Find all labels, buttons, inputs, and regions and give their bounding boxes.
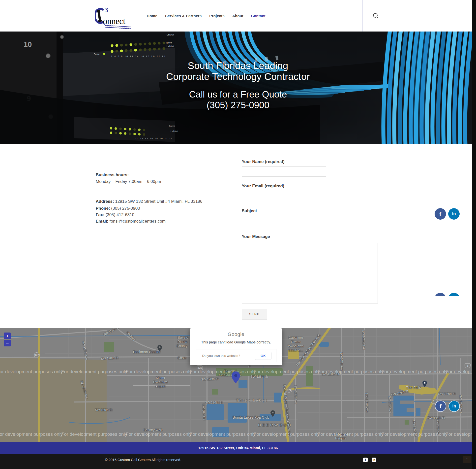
send-button[interactable]: SEND <box>242 309 267 320</box>
social-icons-clipped: f in <box>435 293 462 296</box>
map-label: SW 107th Ave <box>340 352 344 371</box>
map-label: Caballero <box>289 336 303 339</box>
map-label: DEERWOOD <box>258 423 292 427</box>
scrollbar[interactable] <box>472 0 476 469</box>
dialog-action-row: Do you own this website? OK <box>196 349 276 362</box>
hero-cta-line1: Call us for a Free Quote <box>89 89 387 100</box>
map-zoom-in-button[interactable]: + <box>4 333 11 339</box>
linkedin-icon[interactable]: in <box>448 293 460 296</box>
map-watermark: For development purposes only <box>190 432 256 437</box>
copyright-text: © 2016 Custom Call Centers All rights re… <box>105 458 181 462</box>
map-watermark: For development purposes only <box>0 369 63 374</box>
map-watermark: For development purposes only <box>318 432 384 437</box>
map-watermark: For development purposes only <box>126 369 192 374</box>
location-pin[interactable] <box>232 371 240 383</box>
hero-text: South Floridas Leading Corporate Technol… <box>89 60 387 110</box>
map-watermark: For development purposes only <box>61 432 127 437</box>
fax-line: Fax: (305) 412-6310 <box>96 212 134 217</box>
header: 3 onnect Home Services & Partners Projec… <box>0 0 476 32</box>
map-label: County <box>177 344 187 348</box>
map-zoom-out-button[interactable]: − <box>4 340 11 346</box>
nav-item-contact[interactable]: Contact <box>251 14 266 18</box>
logo-text: onnect <box>103 16 125 26</box>
scroll-to-top-button[interactable]: ⌃ <box>463 456 471 463</box>
map-watermark: For development purposes only <box>126 432 192 437</box>
map-label: SW 102nd Ave <box>365 393 369 412</box>
nav-item-projects[interactable]: Projects <box>209 14 225 18</box>
message-label: Your Message <box>242 234 270 239</box>
map-label: Executive <box>153 380 168 384</box>
rack-number-10: 10 <box>24 40 32 48</box>
email-link[interactable]: fonsi@customcallcenters.com <box>110 219 166 224</box>
search-icon[interactable] <box>372 12 379 19</box>
map-label: SW 102nd Ave <box>362 330 366 350</box>
map-label: SW 136th St <box>205 401 222 404</box>
linkedin-icon[interactable]: in <box>448 208 460 220</box>
email-line: Email: fonsi@customcallcenters.com <box>96 219 166 224</box>
map-label: Rivero <box>291 340 300 344</box>
logo-three: 3 <box>105 6 108 14</box>
google-logo-text: Google <box>190 332 282 337</box>
route-shield-1: 1 <box>465 363 471 368</box>
power-label: Power <box>94 53 100 55</box>
map-watermark: For development purposes only <box>254 432 320 437</box>
main-nav: Home Services & Partners Projects About … <box>147 0 266 32</box>
nav-item-home[interactable]: Home <box>147 14 157 18</box>
own-website-link[interactable]: Do you own this website? <box>196 354 246 358</box>
dialog-divider <box>246 349 246 362</box>
map-label: SW 128th St <box>251 375 268 378</box>
linkedin-icon[interactable]: in <box>448 401 460 412</box>
page: 3 onnect Home Services & Partners Projec… <box>0 0 476 469</box>
map-label: Airport <box>155 384 165 388</box>
linkact-label-2: Link/Act <box>167 45 174 47</box>
map-label: Miami <box>156 376 165 380</box>
map-label: Country Walk <box>143 428 163 432</box>
logo-c3connect[interactable]: 3 onnect <box>95 4 137 30</box>
header-divider <box>362 0 362 32</box>
message-textarea[interactable] <box>242 243 378 303</box>
facebook-icon[interactable]: f <box>435 401 446 412</box>
hero-title-line2: Corporate Technology Contractor <box>89 71 387 82</box>
map-label: Boysto <box>178 335 188 339</box>
map-label: Lindgren Rd <box>202 404 206 420</box>
map-watermark: For development purposes only <box>190 369 256 374</box>
map-label: Beckman Coulter <box>133 350 160 354</box>
facebook-icon[interactable]: f <box>363 458 368 462</box>
map-label: Bonita Lakes Poa Club <box>233 415 269 419</box>
name-input[interactable] <box>242 166 326 177</box>
linkact-label-1: Link/Act <box>167 34 174 36</box>
facebook-icon[interactable]: f <box>435 208 446 220</box>
map-watermark: For development purposes only <box>318 369 384 374</box>
poi-pin-beckman <box>157 345 162 352</box>
dialog-message: This page can't load Google Maps correct… <box>190 340 282 344</box>
subject-label: Subject <box>242 208 257 213</box>
phone-line: Phone: (305) 275-0900 <box>96 206 140 211</box>
nav-item-about[interactable]: About <box>232 14 243 18</box>
poi-pin-the-falls <box>422 381 427 387</box>
map-watermark: For development purposes only <box>382 369 447 374</box>
contact-section: Business hours: Monday – Friday 7:00am –… <box>0 144 476 328</box>
linkedin-icon[interactable]: in <box>372 458 376 462</box>
map-watermark: For development purposes only <box>382 432 447 437</box>
email-label: Your Email (required) <box>242 184 284 189</box>
address-line: Address: 12915 SW 132 Street Unit #4 Mia… <box>96 199 202 204</box>
google-map[interactable]: Super WheelsBeckman CoulterBoystoPinelaC… <box>0 328 476 442</box>
map-label: The Falls <box>406 386 421 390</box>
subject-input[interactable] <box>242 216 326 226</box>
map-label: South &... <box>288 348 303 352</box>
nav-item-services-partners[interactable]: Services & Partners <box>165 14 202 18</box>
phone-cord-coil <box>105 25 131 29</box>
email-input[interactable] <box>242 191 326 201</box>
address-bar-text: 12915 SW 132 Street, Unit #4 Miami, FL 3… <box>198 446 278 450</box>
map-watermark: For development purposes only <box>0 432 63 437</box>
map-label: Three Lakes <box>236 398 268 402</box>
facebook-icon[interactable]: f <box>435 293 446 296</box>
map-label: Pinela <box>178 340 187 344</box>
map-label: SW 117th Ave <box>294 385 298 404</box>
ok-button[interactable]: OK <box>255 352 271 360</box>
google-maps-error-dialog: Google This page can't load Google Maps … <box>190 328 282 365</box>
footer: © 2016 Custom Call Centers All rights re… <box>0 454 476 469</box>
map-watermark: For development purposes only <box>61 369 127 374</box>
hero-banner: 10 9 Power <box>0 32 476 144</box>
map-label: Costc <box>178 356 186 360</box>
